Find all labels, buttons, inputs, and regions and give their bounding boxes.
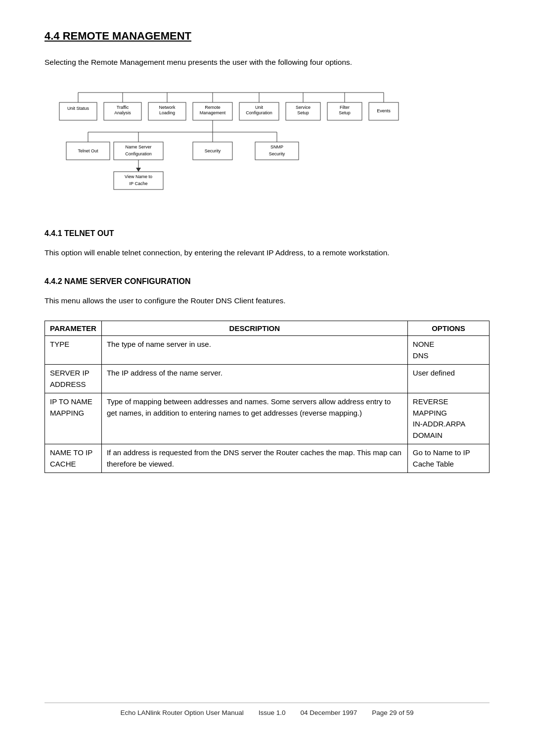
table-row: TYPEThe type of name server in use.NONE … xyxy=(45,336,490,365)
svg-text:Security: Security xyxy=(269,151,285,156)
subsection-442-body: This menu allows the user to configure t… xyxy=(44,295,490,307)
page-container: 4.4 REMOTE MANAGEMENT Selecting the Remo… xyxy=(0,0,534,756)
svg-text:Network: Network xyxy=(159,105,176,110)
cell-param-2: IP TO NAME MAPPING xyxy=(45,393,102,444)
svg-marker-48 xyxy=(136,168,141,172)
svg-text:Configuration: Configuration xyxy=(246,110,272,115)
cell-desc-1: The IP address of the name server. xyxy=(101,365,407,393)
parameter-table: PARAMETER DESCRIPTION OPTIONS TYPEThe ty… xyxy=(44,321,490,473)
cell-desc-2: Type of mapping between addresses and na… xyxy=(101,393,407,444)
footer-date: 04 December 1997 xyxy=(301,709,357,716)
svg-rect-0 xyxy=(59,102,97,120)
svg-text:Events: Events xyxy=(377,108,391,113)
svg-text:Management: Management xyxy=(200,110,226,115)
svg-text:Telnet Out: Telnet Out xyxy=(78,148,98,153)
subsection-441-title: 4.4.1 TELNET OUT xyxy=(44,229,490,238)
section-heading: 4.4 REMOTE MANAGEMENT xyxy=(44,30,490,43)
svg-text:Security: Security xyxy=(205,148,221,153)
cell-opts-2: REVERSE MAPPING IN-ADDR.ARPA DOMAIN xyxy=(407,393,489,444)
subsection-442: 4.4.2 NAME SERVER CONFIGURATION This men… xyxy=(44,277,490,473)
svg-text:Service: Service xyxy=(296,105,311,110)
table-row: SERVER IP ADDRESSThe IP address of the n… xyxy=(45,365,490,393)
svg-text:Unit Status: Unit Status xyxy=(67,106,89,111)
cell-opts-3: Go to Name to IP Cache Table xyxy=(407,444,489,473)
footer-page: Page 29 of 59 xyxy=(372,709,413,716)
table-row: IP TO NAME MAPPINGType of mapping betwee… xyxy=(45,393,490,444)
cell-desc-3: If an address is requested from the DNS … xyxy=(101,444,407,473)
svg-text:Loading: Loading xyxy=(159,110,175,115)
cell-desc-0: The type of name server in use. xyxy=(101,336,407,365)
subsection-442-title: 4.4.2 NAME SERVER CONFIGURATION xyxy=(44,277,490,286)
svg-text:IP Cache: IP Cache xyxy=(130,181,148,186)
cell-opts-0: NONE DNS xyxy=(407,336,489,365)
subsection-441: 4.4.1 TELNET OUT This option will enable… xyxy=(44,229,490,259)
svg-text:Remote: Remote xyxy=(205,105,221,110)
svg-text:Unit: Unit xyxy=(255,105,264,110)
svg-text:Setup: Setup xyxy=(297,110,309,115)
svg-text:Setup: Setup xyxy=(339,110,351,115)
page-footer: Echo LANlink Router Option User Manual I… xyxy=(44,703,490,716)
svg-text:SNMP: SNMP xyxy=(270,144,283,149)
col-header-options: OPTIONS xyxy=(407,321,489,336)
col-header-description: DESCRIPTION xyxy=(101,321,407,336)
cell-param-3: NAME TO IP CACHE xyxy=(45,444,102,473)
cell-opts-1: User defined xyxy=(407,365,489,393)
svg-text:Traffic: Traffic xyxy=(117,105,129,110)
subsection-441-body: This option will enable telnet connectio… xyxy=(44,247,490,259)
svg-text:Configuration: Configuration xyxy=(125,151,152,156)
table-row: NAME TO IP CACHEIf an address is request… xyxy=(45,444,490,473)
cell-param-0: TYPE xyxy=(45,336,102,365)
svg-text:Name Server: Name Server xyxy=(125,144,151,149)
svg-text:View Name to: View Name to xyxy=(125,174,152,179)
table-header-row: PARAMETER DESCRIPTION OPTIONS xyxy=(45,321,490,336)
diagram-container: Unit Status Traffic Analysis Network Loa… xyxy=(44,83,490,211)
footer-issue: Issue 1.0 xyxy=(259,709,286,716)
main-content: 4.4 REMOTE MANAGEMENT Selecting the Remo… xyxy=(44,30,490,683)
col-header-parameter: PARAMETER xyxy=(45,321,102,336)
intro-paragraph: Selecting the Remote Management menu pre… xyxy=(44,56,490,69)
menu-diagram: Unit Status Traffic Analysis Network Loa… xyxy=(54,83,480,211)
svg-text:Filter: Filter xyxy=(340,105,350,110)
svg-text:Analysis: Analysis xyxy=(114,110,131,115)
cell-param-1: SERVER IP ADDRESS xyxy=(45,365,102,393)
footer-manual: Echo LANlink Router Option User Manual xyxy=(121,709,244,716)
